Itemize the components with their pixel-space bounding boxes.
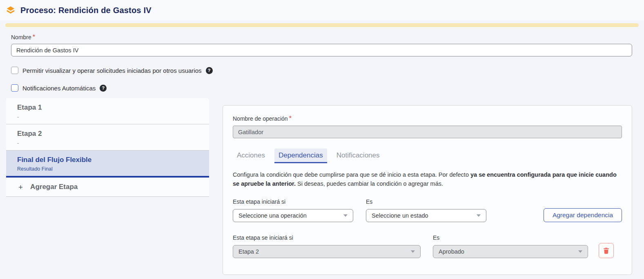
required-asterisk: * xyxy=(289,115,292,122)
stage-subtitle: - xyxy=(17,140,203,146)
existing-dependency-row: Esta etapa se iniciará si Etapa 2 Es Apr… xyxy=(233,234,622,258)
tab-notificaciones[interactable]: Notificaciones xyxy=(332,148,384,163)
stage-title: Etapa 1 xyxy=(17,104,203,112)
layers-icon xyxy=(6,5,16,15)
accent-bar xyxy=(5,23,639,27)
stage-item-final-flujo-flexible[interactable]: Final del Flujo Flexible Resultado Final xyxy=(6,151,209,178)
page-header: Proceso: Rendición de Gastos IV xyxy=(0,0,644,20)
state-select-field: Es Seleccione un estado xyxy=(366,198,486,222)
add-stage-label: Agregar Etapa xyxy=(30,183,78,191)
process-form: Nombre* xyxy=(11,34,632,56)
operation-name-label: Nombre de operación* xyxy=(233,115,622,122)
trash-icon xyxy=(602,247,610,254)
main-content: Etapa 1 - Etapa 2 - Final del Flujo Flex… xyxy=(0,98,644,275)
operation-name-input xyxy=(233,126,622,138)
stage-subtitle: Resultado Final xyxy=(17,166,203,172)
operation-select[interactable]: Seleccione una operación xyxy=(233,209,353,222)
stage-list: Etapa 1 - Etapa 2 - Final del Flujo Flex… xyxy=(6,98,209,197)
share-requests-label: Permitir visualizar y operar solicitudes… xyxy=(22,67,202,74)
existing-state-label: Es xyxy=(433,234,588,241)
new-dependency-row: Esta etapa iniciará si Seleccione una op… xyxy=(233,198,622,222)
auto-notifications-checkbox[interactable] xyxy=(11,84,18,92)
delete-dependency-button[interactable] xyxy=(599,243,614,258)
stage-item-etapa-2[interactable]: Etapa 2 - xyxy=(6,124,209,151)
stage-subtitle: - xyxy=(17,114,203,120)
add-dependency-button[interactable]: Agregar dependencia xyxy=(544,208,622,222)
chevron-down-icon xyxy=(343,214,348,217)
chevron-down-icon xyxy=(411,250,415,253)
operation-tabs: Acciones Dependencias Notificaciones xyxy=(233,148,622,163)
checkbox-row-notifications: Notificaciones Automáticas ? xyxy=(11,84,644,92)
dependencies-description: Configura la condición que debe cumplirs… xyxy=(233,170,622,189)
stage-title: Final del Flujo Flexible xyxy=(17,156,203,164)
existing-state-field: Es Aprobado xyxy=(433,234,588,258)
plus-icon: + xyxy=(18,183,23,191)
name-label: Nombre* xyxy=(11,34,632,41)
help-icon[interactable]: ? xyxy=(206,67,213,74)
stage-title: Etapa 2 xyxy=(17,130,203,138)
existing-operation-select: Etapa 2 xyxy=(233,245,421,258)
operation-select-field: Esta etapa iniciará si Seleccione una op… xyxy=(233,198,353,222)
chevron-down-icon xyxy=(578,250,582,253)
tab-dependencias[interactable]: Dependencias xyxy=(274,148,327,163)
auto-notifications-label: Notificaciones Automáticas xyxy=(22,85,96,92)
operation-panel: Nombre de operación* Acciones Dependenci… xyxy=(223,105,632,275)
existing-operation-label: Esta etapa se iniciará si xyxy=(233,234,421,241)
add-stage-button[interactable]: + Agregar Etapa xyxy=(6,178,209,197)
state-select[interactable]: Seleccione un estado xyxy=(366,209,486,222)
checkbox-row-share: Permitir visualizar y operar solicitudes… xyxy=(11,67,644,74)
required-asterisk: * xyxy=(33,34,35,40)
help-icon[interactable]: ? xyxy=(100,85,107,92)
stage-item-etapa-1[interactable]: Etapa 1 - xyxy=(6,98,209,124)
chevron-down-icon xyxy=(477,214,481,217)
page-title: Proceso: Rendición de Gastos IV xyxy=(20,6,152,15)
operation-select-label: Esta etapa iniciará si xyxy=(233,198,353,205)
existing-operation-field: Esta etapa se iniciará si Etapa 2 xyxy=(233,234,421,258)
process-name-input[interactable] xyxy=(11,44,632,56)
state-select-label: Es xyxy=(366,198,486,205)
tab-acciones[interactable]: Acciones xyxy=(233,148,269,163)
existing-state-select: Aprobado xyxy=(433,245,588,258)
share-requests-checkbox[interactable] xyxy=(11,67,18,74)
